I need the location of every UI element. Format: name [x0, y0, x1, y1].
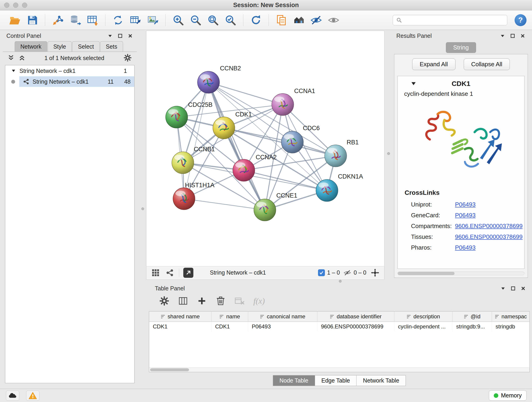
- table-cell[interactable]: CDK1: [149, 322, 211, 332]
- tab-style[interactable]: Style: [48, 41, 72, 51]
- network-row[interactable]: String Network – cdk1 11 48: [5, 76, 134, 87]
- show-all-button[interactable]: [326, 13, 341, 28]
- crosslink-link[interactable]: P06493: [455, 244, 476, 251]
- zoom-fit-button[interactable]: [206, 13, 221, 28]
- function-builder-button[interactable]: f(x): [252, 294, 265, 307]
- expand-all-networks-button[interactable]: [18, 54, 26, 62]
- close-panel-button[interactable]: [127, 33, 133, 39]
- network-node-cdkn1a[interactable]: CDKN1A: [316, 173, 363, 201]
- table-cell[interactable]: 9606.ENSP00000378699: [317, 322, 394, 332]
- splitter-handle[interactable]: [339, 280, 342, 283]
- network-edge[interactable]: [224, 128, 336, 156]
- collapse-all-networks-button[interactable]: [7, 54, 15, 62]
- copy-document-button[interactable]: [274, 13, 289, 28]
- column-header-canonical-name[interactable]: canonical name: [248, 312, 317, 322]
- close-window-button[interactable]: [4, 2, 9, 8]
- export-table-button[interactable]: [128, 13, 143, 28]
- tab-edge-table[interactable]: Edge Table: [315, 375, 357, 386]
- table-cell[interactable]: P06493: [248, 322, 317, 332]
- zoom-in-button[interactable]: [171, 13, 186, 28]
- import-table-from-file-button[interactable]: [85, 13, 100, 28]
- collapse-panel-button[interactable]: [107, 33, 113, 39]
- open-session-button[interactable]: [7, 13, 22, 28]
- network-node-rb1[interactable]: RB1: [325, 139, 359, 167]
- network-node-ccna1[interactable]: CCNA1: [272, 88, 315, 115]
- column-header-database-identifier[interactable]: database identifier: [317, 312, 394, 322]
- scrollbar-thumb[interactable]: [398, 272, 455, 275]
- network-node-ccnb2[interactable]: CCNB2: [197, 65, 241, 93]
- fit-selected-button[interactable]: [370, 268, 380, 278]
- float-panel-button[interactable]: [510, 33, 515, 39]
- overview-button[interactable]: [151, 268, 161, 278]
- neighbors-button[interactable]: [291, 13, 306, 28]
- warnings-button[interactable]: [26, 390, 39, 401]
- table-cell[interactable]: stringdb: [492, 322, 530, 332]
- string-app-button[interactable]: [165, 268, 175, 278]
- tab-sets[interactable]: Sets: [100, 41, 123, 51]
- network-edge[interactable]: [184, 82, 209, 199]
- collapse-panel-button[interactable]: [500, 285, 506, 291]
- network-graph[interactable]: CCNB2CCNA1CDC25BCDK1CDC6RB1CCNB1CCNA2CDK…: [146, 31, 384, 266]
- float-panel-button[interactable]: [117, 33, 123, 39]
- table-horizontal-scrollbar[interactable]: [149, 367, 530, 372]
- memory-button[interactable]: Memory: [489, 390, 526, 401]
- export-image-button[interactable]: [145, 13, 160, 28]
- tab-network-table[interactable]: Network Table: [356, 375, 406, 386]
- network-edge[interactable]: [209, 82, 265, 210]
- column-header-shared-name[interactable]: shared name: [149, 312, 211, 322]
- help-button[interactable]: ?: [515, 14, 526, 26]
- search-input[interactable]: [404, 17, 504, 24]
- network-edge[interactable]: [184, 199, 265, 210]
- crosslink-link[interactable]: 9606.ENSP00000378699: [455, 233, 523, 240]
- tab-select[interactable]: Select: [72, 41, 99, 51]
- close-panel-button[interactable]: [520, 33, 526, 39]
- column-header-description[interactable]: description: [394, 312, 452, 322]
- splitter-handle[interactable]: [141, 207, 144, 210]
- minimize-window-button[interactable]: [13, 2, 18, 8]
- tab-string[interactable]: String: [446, 42, 476, 53]
- crosslink-link[interactable]: P06493: [455, 212, 476, 219]
- hide-selected-button[interactable]: [309, 13, 324, 28]
- results-scrollbar[interactable]: [398, 272, 525, 275]
- delete-table-button[interactable]: [233, 294, 246, 307]
- cloud-button[interactable]: [6, 390, 19, 401]
- crosslink-link[interactable]: P06493: [455, 201, 476, 208]
- zoom-out-button[interactable]: [188, 13, 203, 28]
- network-node-ccnb1[interactable]: CCNB1: [172, 146, 215, 174]
- table-row[interactable]: CDK1 CDK1 P06493 9606.ENSP00000378699 cy…: [149, 322, 530, 332]
- tab-node-table[interactable]: Node Table: [273, 375, 315, 386]
- column-header-namespace[interactable]: namespac: [492, 312, 530, 322]
- import-network-from-database-button[interactable]: [68, 13, 83, 28]
- network-options-button[interactable]: [123, 53, 132, 63]
- open-in-new-window-button[interactable]: [183, 268, 193, 278]
- column-header-name[interactable]: name: [211, 312, 248, 322]
- splitter-handle[interactable]: [387, 152, 390, 155]
- table-cell[interactable]: CDK1: [211, 322, 248, 332]
- export-network-button[interactable]: [110, 13, 126, 28]
- collapse-all-button[interactable]: Collapse All: [464, 58, 510, 70]
- expand-all-button[interactable]: Expand All: [412, 58, 456, 70]
- scrollbar-thumb[interactable]: [150, 368, 189, 371]
- collapse-protein-button[interactable]: [411, 81, 417, 87]
- zoom-window-button[interactable]: [22, 2, 27, 8]
- network-node-hist1h1a[interactable]: HIST1H1A: [173, 182, 215, 210]
- zoom-selected-button[interactable]: [223, 13, 238, 28]
- float-panel-button[interactable]: [510, 285, 516, 291]
- network-node-cdk1[interactable]: CDK1: [213, 111, 252, 139]
- delete-column-button[interactable]: [214, 294, 227, 307]
- collapse-panel-button[interactable]: [500, 33, 505, 39]
- show-columns-button[interactable]: [177, 294, 190, 307]
- table-cell[interactable]: cyclin-dependent ...: [394, 322, 452, 332]
- close-panel-button[interactable]: [520, 285, 526, 291]
- crosslink-link[interactable]: 9606.ENSP00000378699: [455, 223, 523, 230]
- table-options-button[interactable]: [158, 294, 171, 307]
- refresh-view-button[interactable]: [248, 13, 264, 28]
- table-cell[interactable]: stringdb:9...: [452, 322, 492, 332]
- save-session-button[interactable]: [25, 13, 40, 28]
- column-header-id[interactable]: @id: [452, 312, 492, 322]
- import-network-from-file-button[interactable]: [50, 13, 65, 28]
- selected-checkbox-icon[interactable]: [318, 269, 325, 276]
- network-collection-row[interactable]: String Network – cdk1 1: [5, 65, 134, 76]
- add-column-button[interactable]: [195, 294, 209, 307]
- network-edge[interactable]: [209, 82, 283, 104]
